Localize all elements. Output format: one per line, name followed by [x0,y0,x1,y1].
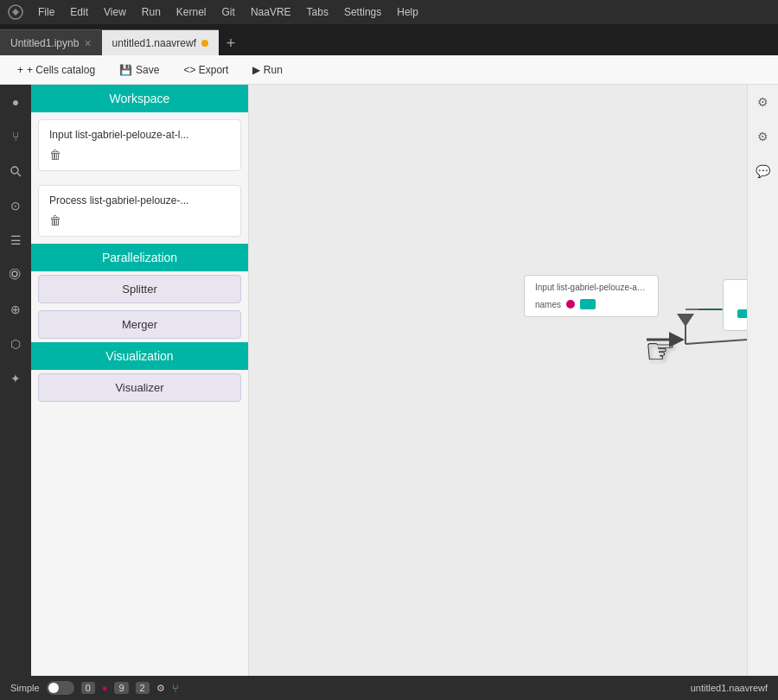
menu-bar: File Edit View Run Kernel Git NaaVRE Tab… [0,0,778,24]
workflow-node-input[interactable]: Input list-gabriel-pelouze-at-... names [524,275,659,317]
workspace-header: Workspace [31,85,248,112]
node-input-port-label: names [535,300,561,309]
save-button[interactable]: 💾 Save [112,61,166,79]
menu-tabs[interactable]: Tabs [300,4,335,20]
icon-bar-tag[interactable]: ⊙ [5,195,26,216]
right-icon-bar: ⚙ ⚙ 💬 [747,85,778,676]
main-area: ● ⑂ ⊙ ☰ ⊕ ⬡ ✦ Workspace Input list-gabri… [0,85,778,676]
status-branch-icon: ⑂ [172,682,179,695]
status-indicator-1: 0 [81,682,95,694]
workspace-input-delete[interactable]: 🗑 [49,148,61,162]
menu-view[interactable]: View [97,4,133,20]
status-toggle[interactable] [47,681,74,695]
icon-bar-layers[interactable]: ☰ [5,230,26,251]
parallelization-header: Parallelization [31,244,248,271]
tab-notebook[interactable]: Untitled1.ipynb × [0,29,102,55]
splitter-in-connector [737,309,747,318]
right-gear-icon[interactable]: ⚙ [753,92,774,112]
workflow-connections [249,85,747,676]
node-input-port-dot [566,300,575,309]
menu-settings[interactable]: Settings [337,4,388,20]
run-label: ▶ Run [252,64,282,76]
svg-point-3 [12,271,17,277]
menu-run[interactable]: Run [135,4,168,20]
node-input-ports: names [535,299,647,309]
cells-catalog-icon: + [17,64,23,76]
menu-naavre[interactable]: NaaVRE [244,4,298,20]
left-icon-bar: ● ⑂ ⊙ ☰ ⊕ ⬡ ✦ [0,85,31,676]
cursor-hand: ☞ [645,331,676,371]
icon-bar-git[interactable]: ⑂ [5,126,26,147]
status-gear-icon[interactable]: ⚙ [156,683,165,694]
save-label: Save [136,64,159,76]
cells-catalog-button[interactable]: + + Cells catalog [10,61,102,79]
menu-git[interactable]: Git [215,4,242,20]
splitter-ports: ⇌ [737,304,747,323]
workspace-process-title: Process list-gabriel-pelouze-... [49,194,230,207]
svg-line-2 [18,174,22,177]
status-toggle-knob [48,683,59,693]
icon-bar-circle[interactable]: ● [5,92,26,112]
tab-bar: Untitled1.ipynb × untitled1.naavrewf + [0,24,778,55]
icon-bar-search2[interactable] [5,264,26,285]
run-button[interactable]: ▶ Run [246,61,289,79]
status-mode-label: Simple [10,683,40,693]
svg-marker-7 [677,314,694,327]
status-icon-circle: ● [102,683,108,693]
menu-help[interactable]: Help [390,4,425,20]
right-chat-icon[interactable]: 💬 [753,161,774,181]
tab-add-button[interactable]: + [219,31,243,55]
status-indicator-3: 2 [136,682,150,694]
cells-catalog-label: + Cells catalog [27,64,95,76]
svg-point-1 [11,167,18,174]
app-logo [7,3,24,21]
save-icon: 💾 [119,64,132,76]
arrows-overlay [249,85,747,676]
tab-notebook-close[interactable]: × [84,36,91,50]
status-bar: Simple 0 ● 9 2 ⚙ ⑂ untitled1.naavrewf [0,676,778,700]
status-left: Simple 0 ● 9 2 ⚙ ⑂ [10,681,179,695]
icon-bar-puzzle[interactable]: ✦ [5,368,26,389]
svg-line-10 [686,331,747,344]
workspace-item-input: Input list-gabriel-pelouze-at-l... 🗑 [38,119,241,171]
canvas-area[interactable]: Input list-gabriel-pelouze-at-... names … [249,85,747,676]
icon-bar-search[interactable] [5,161,26,181]
export-button[interactable]: <> Export [176,61,235,79]
menu-file[interactable]: File [31,4,61,20]
tab-workflow-label: untitled1.naavrewf [112,37,196,49]
status-filename: untitled1.naavrewf [691,683,768,693]
icon-bar-stack[interactable]: ⊕ [5,299,26,320]
menu-edit[interactable]: Edit [63,4,95,20]
svg-point-4 [10,269,20,279]
toolbar: + + Cells catalog 💾 Save <> Export ▶ Run [0,55,778,85]
menu-kernel[interactable]: Kernel [169,4,214,20]
workspace-input-title: Input list-gabriel-pelouze-at-l... [49,129,230,141]
splitter-button[interactable]: Splitter [38,275,241,303]
tab-workflow[interactable]: untitled1.naavrewf [102,29,219,55]
left-panel: Workspace Input list-gabriel-pelouze-at-… [31,85,249,676]
export-label: <> Export [183,64,228,76]
icon-bar-box[interactable]: ⬡ [5,334,26,354]
workspace-process-delete[interactable]: 🗑 [49,213,61,227]
workspace-item-process: Process list-gabriel-pelouze-... 🗑 [38,185,241,237]
node-input-title: Input list-gabriel-pelouze-at-... [535,283,647,292]
workflow-node-splitter[interactable]: Splitter ⇌ [723,279,747,331]
visualizer-button[interactable]: Visualizer [38,373,241,402]
merger-button[interactable]: Merger [38,310,241,339]
tab-notebook-label: Untitled1.ipynb [10,37,79,49]
node-input-connector [580,299,596,309]
status-indicator-2: 9 [114,682,128,694]
visualization-header: Visualization [31,342,248,370]
right-settings-icon[interactable]: ⚙ [753,126,774,147]
tab-unsaved-dot [201,40,208,47]
